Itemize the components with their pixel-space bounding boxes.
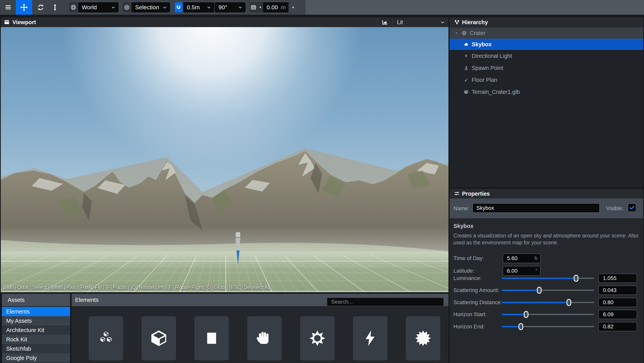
asset-tile-directional-light[interactable] [353,316,388,360]
chevron-down-icon [238,5,243,10]
slider-handle[interactable] [537,287,542,294]
hierarchy-node-terrain[interactable]: Terrain_Crater1.glb [450,86,643,98]
luminance-slider[interactable] [502,275,594,282]
horizon-end-label: Horizon End: [454,324,485,330]
latitude-label: Latitude: [454,268,474,274]
cubes-icon [97,329,115,347]
section-description: Creates a visualization of an open sky a… [454,232,639,246]
horizon-start-slider[interactable] [502,311,594,318]
hamburger-icon [5,4,12,11]
asset-source-rock-kit[interactable]: Rock Kit [2,335,70,344]
asset-source-elements[interactable]: Elements [2,307,70,316]
asset-tile-ambient-light[interactable] [300,316,334,360]
asset-source-my-assets[interactable]: My Assets [2,316,70,326]
luminance-label: Luminance: [454,275,482,281]
hierarchy-node-floor-plan[interactable]: Floor Plan [450,74,643,86]
snap-rotate-select[interactable]: 90° [215,2,246,12]
transform-space-select[interactable]: World [78,2,118,12]
caret-left-icon [258,5,262,9]
grid-height-increase-button[interactable] [289,2,297,12]
luminance-value[interactable]: 1.055 [598,274,637,283]
slider-handle[interactable] [524,311,528,318]
stats-toggle-button[interactable] [377,19,392,25]
asset-source-google-poly[interactable]: Google Poly [2,353,70,363]
bolt-icon [464,54,468,58]
disclosure-triangle-icon[interactable] [455,31,458,35]
asset-tile-group[interactable] [89,316,123,360]
scattering-amount-slider[interactable] [502,287,594,294]
assets-header: Assets [2,294,70,306]
elements-header: Elements [72,294,448,306]
hierarchy-node-skybox[interactable]: Skybox [450,39,643,50]
hierarchy-tree-icon [454,19,460,25]
viewport-header: Viewport Lit [1,17,448,27]
horizon-start-value[interactable]: 6.09 [598,310,637,319]
properties-header: Properties [450,189,643,199]
snap-move-select[interactable]: 0.5m [183,2,214,12]
grid-height-input[interactable]: 0.00 m [263,2,288,12]
scattering-distance-label: Scattering Distance: [454,299,502,306]
toolbar-right: Publish to Hubs... [306,0,644,15]
hierarchy-node-crater[interactable]: Crater [450,27,643,39]
render-mode-select[interactable]: Lit [393,19,448,25]
toolbar-left: World Selection 0.5m [0,0,306,15]
slider-handle[interactable] [566,299,571,306]
grid-height-unit: m [281,4,286,11]
name-row: Name: Visible: [450,199,643,218]
target-icon [123,2,131,12]
transform-pivot-value: Selection [135,4,159,11]
square-icon [203,329,220,347]
name-input[interactable] [472,203,600,213]
asset-source-sketchfab[interactable]: Sketchfab [2,344,70,353]
asset-tile-spawn-point[interactable] [247,316,282,360]
slider-handle[interactable] [574,275,578,282]
hierarchy-panel: Hierarchy Crater Skybox Directional Ligh… [450,17,643,187]
horizon-end-value[interactable]: 0.82 [598,322,637,331]
search-input[interactable] [327,298,444,306]
latitude-value: 6.00 [507,268,518,274]
globe-icon [69,2,78,12]
scattering-amount-value[interactable]: 0.043 [598,286,637,295]
scattering-amount-row: Scattering Amount: 0.043 [450,285,643,295]
properties-panel: Properties Name: Visible: Skybox Creates… [450,189,643,363]
slider-handle[interactable] [518,323,523,330]
hierarchy-node-directional-light[interactable]: Directional Light [450,50,643,62]
scattering-distance-value[interactable]: 0.80 [598,298,637,307]
viewport-canvas[interactable]: [LMB] Orbit / Select | [MMB] Pan | [RMB]… [1,27,448,292]
element-tiles [72,306,448,363]
time-of-day-unit: h [534,255,538,261]
bolt-icon [361,329,379,347]
scattering-amount-label: Scattering Amount: [454,287,499,293]
spawn-point-gizmo[interactable] [231,231,245,266]
hierarchy-header: Hierarchy [450,17,643,27]
transform-pivot-group: Selection [122,1,171,13]
snap-rotate-value: 90° [218,4,227,11]
rotate-tool-button[interactable] [33,2,48,13]
scale-tool-button[interactable] [50,2,60,13]
properties-title: Properties [462,191,490,197]
transform-pivot-select[interactable]: Selection [132,2,170,12]
stats-chart-icon [382,19,388,25]
hierarchy-node-spawn-point[interactable]: Spawn Point [450,62,643,74]
visible-checkbox[interactable] [628,203,636,212]
globe-icon [462,30,467,36]
viewport-title: Viewport [12,19,36,25]
hierarchy-node-label: Terrain_Crater1.glb [472,89,520,95]
asset-tile-point-light[interactable] [406,316,440,360]
time-of-day-input[interactable]: 5.60 h [503,254,540,263]
grid-icon [250,2,257,12]
chevron-down-icon [162,5,167,10]
asset-sources-nav: Assets Elements My Assets Architecture K… [2,294,70,363]
asset-tile-model[interactable] [142,316,176,360]
asset-source-architecture-kit[interactable]: Architecture Kit [2,326,70,335]
grid-height-decrease-button[interactable] [258,2,262,12]
horizon-end-slider[interactable] [502,323,594,330]
check-icon [629,205,635,211]
main-menu-button[interactable] [3,2,14,13]
snap-toggle-button[interactable] [175,2,182,12]
translate-tool-button[interactable] [16,0,32,15]
hierarchy-node-label: Floor Plan [472,77,497,83]
asset-tile-image[interactable] [194,316,229,360]
horizon-start-label: Horizon Start: [454,311,486,318]
scattering-distance-slider[interactable] [502,299,594,306]
